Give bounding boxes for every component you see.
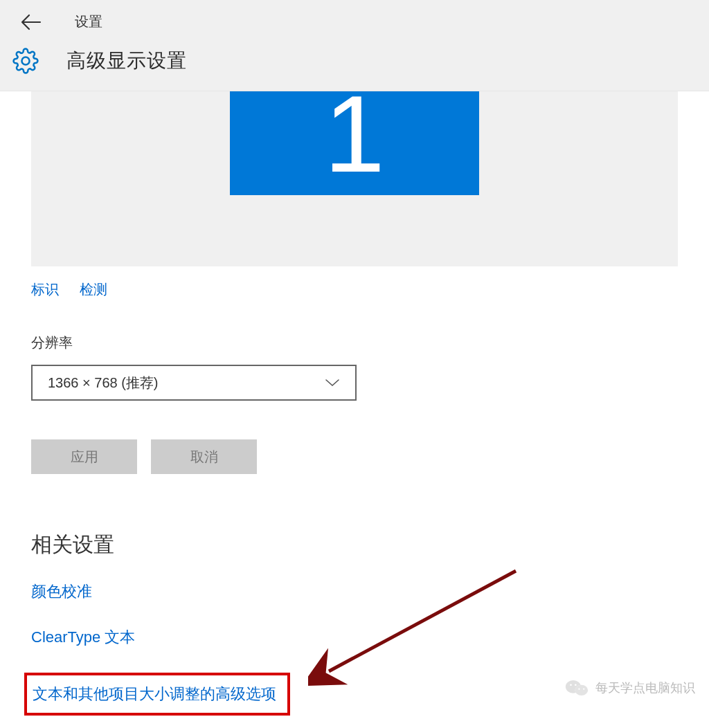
gear-icon[interactable] — [12, 48, 39, 74]
related-settings-section: 相关设置 颜色校准 ClearType 文本 文本和其他项目大小调整的高级选项 … — [31, 531, 678, 728]
monitor-tile-1[interactable]: 1 — [230, 91, 479, 195]
color-calibration-link[interactable]: 颜色校准 — [31, 581, 678, 602]
resolution-dropdown[interactable]: 1366 × 768 (推荐) — [31, 365, 357, 401]
related-heading: 相关设置 — [31, 531, 678, 559]
page-title: 高级显示设置 — [66, 48, 187, 74]
resolution-value: 1366 × 768 (推荐) — [48, 374, 159, 392]
wechat-icon — [565, 678, 589, 698]
svg-point-7 — [583, 689, 584, 690]
settings-label: 设置 — [75, 12, 102, 31]
arrow-left-icon — [21, 14, 42, 30]
header-bar: 设置 高级显示设置 — [0, 0, 709, 91]
resolution-label: 分辨率 — [31, 334, 678, 352]
action-button-row: 应用 取消 — [31, 439, 678, 474]
cleartype-link[interactable]: ClearType 文本 — [31, 627, 678, 648]
svg-point-3 — [575, 685, 588, 695]
advanced-text-sizing-link[interactable]: 文本和其他项目大小调整的高级选项 — [33, 684, 276, 704]
watermark-text: 每天学点电脑知识 — [595, 680, 695, 696]
monitor-action-links: 标识 检测 — [31, 280, 678, 299]
resolution-section: 分辨率 1366 × 768 (推荐) — [31, 334, 678, 401]
watermark: 每天学点电脑知识 — [565, 678, 695, 698]
header-top-row: 设置 — [0, 0, 709, 41]
monitor-number: 1 — [324, 91, 385, 176]
detect-link[interactable]: 检测 — [80, 282, 107, 297]
svg-point-6 — [578, 689, 580, 690]
highlight-annotation: 文本和其他项目大小调整的高级选项 — [24, 673, 290, 716]
cancel-button[interactable]: 取消 — [151, 439, 257, 474]
gear-icon-svg — [12, 48, 39, 74]
chevron-down-icon — [325, 379, 340, 387]
apply-label: 应用 — [71, 448, 98, 466]
cancel-label: 取消 — [190, 448, 218, 466]
monitor-preview-area: 1 — [31, 91, 678, 266]
svg-point-5 — [575, 684, 577, 686]
identify-link[interactable]: 标识 — [31, 282, 59, 297]
header-bottom-row: 高级显示设置 — [0, 41, 709, 87]
apply-button[interactable]: 应用 — [31, 439, 137, 474]
back-button[interactable] — [21, 14, 42, 30]
svg-point-4 — [570, 684, 572, 686]
